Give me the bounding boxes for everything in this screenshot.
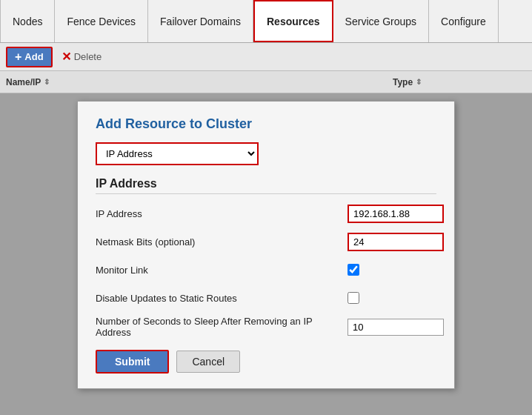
sleep-seconds-row: Number of Seconds to Sleep After Removin… [96,316,436,338]
nav-nodes-label: Nodes [13,16,42,27]
table-header: Name/IP ⇕ Type ⇕ [0,71,532,93]
nav-failover-domains-label: Failover Domains [160,16,241,27]
delete-button[interactable]: ✕ Delete [61,50,102,64]
ip-address-section-title: IP Address [96,177,436,194]
netmask-input[interactable] [348,233,444,251]
nav-nodes[interactable]: Nodes [0,0,55,42]
modal-title: Add Resource to Cluster [96,116,436,132]
col-type-header[interactable]: Type ⇕ [393,77,526,87]
disable-updates-row: Disable Updates to Static Routes [96,288,436,308]
type-sort-icon: ⇕ [416,78,422,86]
cancel-button[interactable]: Cancel [176,351,240,373]
monitor-link-label: Monitor Link [96,265,348,276]
top-navigation: Nodes Fence Devices Failover Domains Res… [0,0,532,43]
main-content: Add Resource to Cluster IP Address File … [0,93,532,415]
ip-address-row: IP Address [96,203,436,224]
nav-failover-domains[interactable]: Failover Domains [148,0,253,42]
ip-address-label: IP Address [96,208,348,219]
name-sort-icon: ⇕ [44,78,50,86]
nav-resources[interactable]: Resources [253,0,333,42]
nav-fence-devices-label: Fence Devices [67,16,136,27]
sleep-seconds-label: Number of Seconds to Sleep After Removin… [96,316,348,338]
monitor-link-checkbox[interactable] [348,264,359,276]
modal-overlay: Add Resource to Cluster IP Address File … [0,93,532,415]
netmask-row: Netmask Bits (optional) [96,231,436,252]
nav-service-groups[interactable]: Service Groups [333,0,429,42]
modal-button-row: Submit Cancel [96,350,436,374]
add-label: Add [24,51,43,62]
monitor-link-row: Monitor Link [96,259,436,280]
nav-fence-devices[interactable]: Fence Devices [55,0,148,42]
col-name-header[interactable]: Name/IP ⇕ [6,77,393,87]
resource-type-select[interactable]: IP Address File System NFS Mount Script … [96,142,259,165]
nav-configure-label: Configure [441,16,486,27]
toolbar: + Add ✕ Delete [0,43,532,71]
submit-button[interactable]: Submit [96,350,169,374]
ip-address-input[interactable] [348,205,444,223]
add-resource-modal: Add Resource to Cluster IP Address File … [77,101,455,389]
nav-service-groups-label: Service Groups [345,16,416,27]
disable-updates-checkbox[interactable] [348,292,359,304]
sleep-seconds-input[interactable] [348,319,444,336]
nav-resources-label: Resources [267,16,320,27]
nav-configure[interactable]: Configure [429,0,499,42]
delete-label: Delete [74,51,102,62]
plus-icon: + [15,50,21,64]
add-button[interactable]: + Add [6,47,53,67]
delete-x-icon: ✕ [61,50,71,64]
disable-updates-label: Disable Updates to Static Routes [96,293,348,304]
netmask-label: Netmask Bits (optional) [96,236,348,248]
